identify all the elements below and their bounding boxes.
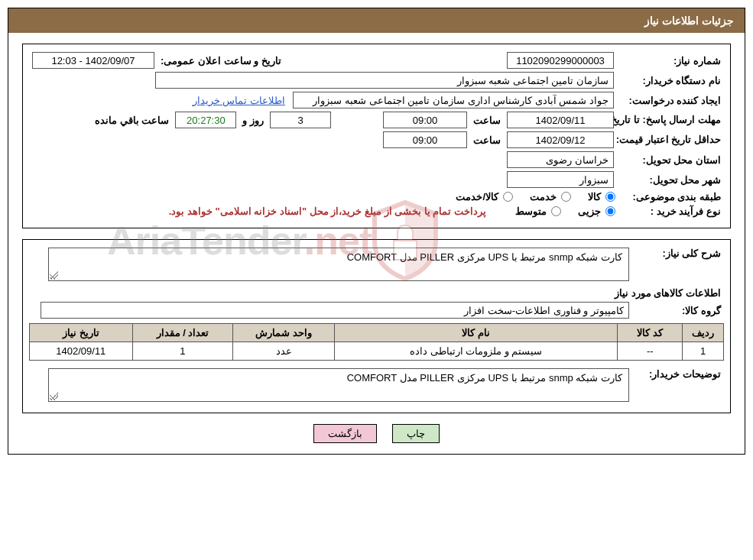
buyer-notes-label: توضیحات خریدار: xyxy=(632,368,724,380)
radio-partial[interactable] xyxy=(605,206,615,216)
days-and-label: روز و xyxy=(239,115,267,126)
th-date: تاریخ نیاز xyxy=(30,324,133,342)
back-button[interactable]: بازگشت xyxy=(313,424,377,443)
buyer-org-label: نام دستگاه خریدار: xyxy=(617,75,724,86)
radio-service-label: خدمت xyxy=(530,191,557,202)
buyer-org-value: سازمان تامین اجتماعی شعبه سبزوار xyxy=(155,72,614,89)
countdown-value: 20:27:30 xyxy=(175,112,236,128)
delivery-province-value: خراسان رضوی xyxy=(507,151,614,168)
radio-medium-label: متوسط xyxy=(515,206,547,217)
buyer-contact-link[interactable]: اطلاعات تماس خریدار xyxy=(193,95,285,106)
price-validity-time: 09:00 xyxy=(383,131,467,148)
delivery-city-value: سبزوار xyxy=(507,171,614,188)
radio-both-label: کالا/خدمت xyxy=(456,191,498,202)
delivery-city-label: شهر محل تحویل: xyxy=(617,174,724,186)
radio-service[interactable] xyxy=(561,192,571,202)
cell-code: -- xyxy=(618,342,683,361)
overall-desc-label: شرح کلی نیاز: xyxy=(632,248,724,259)
radio-goods[interactable] xyxy=(605,192,615,202)
days-remaining: 3 xyxy=(270,112,331,128)
radio-both[interactable] xyxy=(503,192,513,202)
cell-date: 1402/09/11 xyxy=(30,342,133,361)
buyer-notes-textarea[interactable]: کارت شبکه snmp مرتبط با UPS مرکزی PILLER… xyxy=(48,368,629,402)
th-unit: واحد شمارش xyxy=(233,324,335,342)
time-label-2: ساعت xyxy=(470,134,504,146)
price-validity-date: 1402/09/12 xyxy=(507,131,614,148)
reply-deadline-date: 1402/09/11 xyxy=(507,112,614,128)
th-qty: تعداد / مقدار xyxy=(132,324,233,342)
time-label-1: ساعت xyxy=(470,115,504,126)
th-row: ردیف xyxy=(683,324,724,342)
requirement-no-value: 1102090299000003 xyxy=(507,52,614,69)
payment-note: پرداخت تمام یا بخشی از مبلغ خرید،از محل … xyxy=(169,206,486,217)
goods-group-value: کامپیوتر و فناوری اطلاعات-سخت افزار xyxy=(41,302,629,319)
items-table: ردیف کد کالا نام کالا واحد شمارش تعداد /… xyxy=(29,323,724,361)
purchase-type-label: نوع فرآیند خرید : xyxy=(617,206,724,217)
cell-qty: 1 xyxy=(132,342,233,361)
requester-label: ایجاد کننده درخواست: xyxy=(617,95,724,106)
requester-value: جواد شمس آبادی کارشناس اداری سازمان تامی… xyxy=(293,92,614,108)
delivery-province-label: استان محل تحویل: xyxy=(617,154,724,166)
page-title: جزئیات اطلاعات نیاز xyxy=(8,8,745,33)
table-row: 1 -- سیستم و ملزومات ارتباطی داده عدد 1 … xyxy=(30,342,724,361)
th-name: نام کالا xyxy=(335,324,618,342)
th-code: کد کالا xyxy=(618,324,683,342)
remaining-label: ساعت باقي مانده xyxy=(92,115,172,126)
description-section: شرح کلی نیاز: کارت شبکه snmp مرتبط با UP… xyxy=(22,239,731,413)
goods-section-title: اطلاعات کالاهای مورد نیاز xyxy=(32,287,721,299)
reply-deadline-time: 09:00 xyxy=(383,112,467,128)
cell-unit: عدد xyxy=(233,342,335,361)
cell-row: 1 xyxy=(683,342,724,361)
goods-group-label: گروه کالا: xyxy=(632,305,724,316)
radio-medium[interactable] xyxy=(551,206,561,216)
announce-dt-value: 1402/09/07 - 12:03 xyxy=(32,52,154,69)
radio-goods-label: کالا xyxy=(588,191,601,202)
price-validity-label: حداقل تاریخ اعتبار قیمت: تا تاریخ: xyxy=(617,134,724,145)
cell-name: سیستم و ملزومات ارتباطی داده xyxy=(335,342,618,361)
announce-dt-label: تاریخ و ساعت اعلان عمومی: xyxy=(157,55,284,66)
overall-desc-textarea[interactable]: کارت شبکه snmp مرتبط با UPS مرکزی PILLER… xyxy=(48,248,629,281)
subject-class-label: طبقه بندی موضوعی: xyxy=(617,191,724,202)
radio-partial-label: جزیی xyxy=(578,206,601,217)
print-button[interactable]: چاپ xyxy=(392,424,440,443)
reply-deadline-label: مهلت ارسال پاسخ: تا تاریخ: xyxy=(617,115,724,125)
requirement-no-label: شماره نیاز: xyxy=(617,55,724,66)
details-section: شماره نیاز: 1102090299000003 تاریخ و ساع… xyxy=(22,44,731,228)
